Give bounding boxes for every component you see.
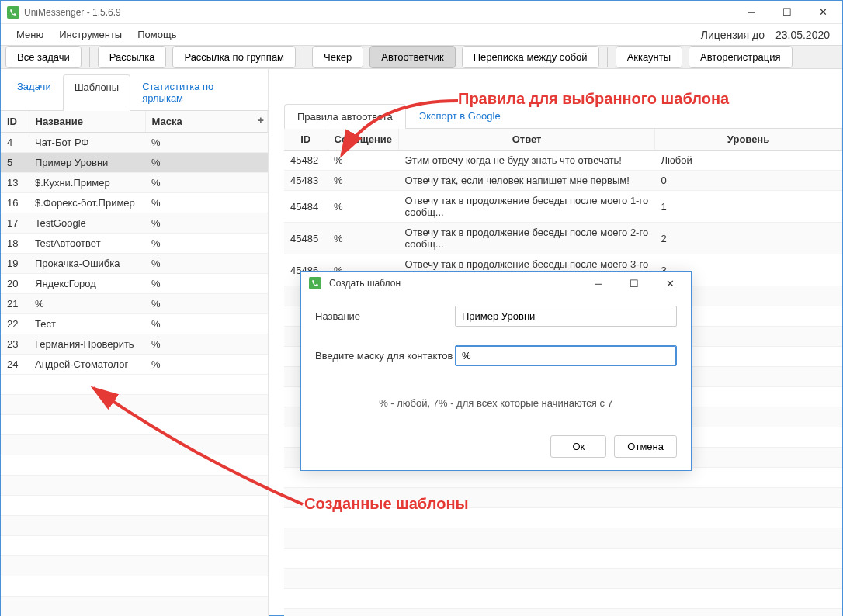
close-button[interactable]: ✕ [805, 1, 841, 24]
tab-stats[interactable]: Статиститка по ярлыкам [130, 74, 263, 110]
table-row[interactable] [1, 415, 268, 435]
maximize-button[interactable]: ☐ [769, 1, 805, 24]
tb-mailing[interactable]: Рассылка [98, 46, 167, 68]
table-row[interactable] [284, 549, 842, 569]
col-mask[interactable]: Маска+ [145, 111, 268, 133]
table-row[interactable] [284, 528, 842, 549]
dialog-maximize-button[interactable]: ☐ [616, 272, 652, 295]
table-row[interactable] [1, 496, 268, 516]
create-template-dialog: Создать шаблон ─ ☐ ✕ Название Введите ма… [300, 271, 692, 471]
mask-label: Введите маску для контактов [315, 350, 455, 362]
table-row[interactable] [1, 556, 268, 576]
app-icon [7, 6, 19, 19]
table-row[interactable]: 23Германия-Проверить% [1, 334, 268, 355]
table-row[interactable] [1, 476, 268, 496]
menubar: Меню Инструменты Помощь Лицензия до 23.0… [1, 24, 842, 45]
dialog-close-button[interactable]: ✕ [652, 272, 688, 295]
table-row[interactable] [1, 435, 268, 455]
license-date: 23.05.2020 [775, 29, 830, 41]
menu-help[interactable]: Помощь [130, 24, 184, 45]
separator [304, 47, 304, 67]
name-input[interactable] [455, 306, 677, 327]
minimize-button[interactable]: ─ [734, 1, 769, 24]
table-row[interactable]: 45483%Отвечу так, если человек напишет м… [284, 171, 842, 191]
col-answer[interactable]: Ответ [399, 129, 655, 151]
menu-tools[interactable]: Инструменты [51, 24, 130, 45]
table-row[interactable]: 16$.Форекс-бот.Пример% [1, 193, 268, 213]
mask-input[interactable] [455, 345, 677, 366]
table-row[interactable] [1, 576, 268, 597]
table-row[interactable]: 21%% [1, 294, 268, 314]
table-row[interactable] [284, 508, 842, 528]
table-row[interactable]: 45485%Отвечу так в продолжение беседы по… [284, 223, 842, 254]
table-row[interactable]: 5Пример Уровни% [1, 153, 268, 173]
table-row[interactable]: 19Прокачка-Ошибка% [1, 254, 268, 274]
right-tabs: Правила автоответа Экспорт в Google [284, 97, 842, 129]
name-label: Название [315, 310, 455, 322]
templates-table: ID Название Маска+ 4Чат-Бот РФ%5Пример У… [1, 111, 268, 616]
dialog-minimize-button[interactable]: ─ [581, 272, 616, 295]
table-row[interactable] [1, 516, 268, 536]
table-row[interactable] [284, 589, 842, 609]
menu-main[interactable]: Меню [9, 24, 51, 45]
col-level[interactable]: Уровень [655, 129, 842, 151]
table-row[interactable]: 45484%Отвечу так в продолжение беседы по… [284, 191, 842, 223]
table-row[interactable] [284, 488, 842, 508]
tb-group-mailing[interactable]: Рассылка по группам [172, 46, 296, 68]
window-title: UniMessenger - 1.5.6.9 [24, 7, 734, 18]
table-row[interactable]: 45482%Этим отвечу когда не буду знать чт… [284, 151, 842, 171]
separator [607, 47, 608, 67]
table-row[interactable]: 18TestАвтоответ% [1, 234, 268, 254]
mask-hint: % - любой, 7% - для всех которые начинаю… [315, 397, 677, 409]
table-row[interactable] [284, 569, 842, 589]
tab-tasks[interactable]: Задачи [5, 74, 63, 110]
separator [89, 47, 90, 67]
table-row[interactable] [1, 395, 268, 415]
col-id[interactable]: ID [1, 111, 29, 133]
dialog-ok-button[interactable]: Ок [550, 435, 606, 458]
tb-chat-between[interactable]: Переписка между собой [462, 46, 599, 68]
table-row[interactable]: 4Чат-Бот РФ% [1, 133, 268, 153]
toolbar: Все задачи Рассылка Рассылка по группам … [1, 45, 842, 69]
license-label: Лицензия до [701, 29, 765, 41]
col-rule-id[interactable]: ID [284, 129, 328, 151]
dialog-cancel-button[interactable]: Отмена [614, 435, 677, 458]
table-row[interactable] [284, 609, 842, 617]
tb-autoresponder[interactable]: Автоответчик [369, 46, 455, 68]
tb-autoreg[interactable]: Авторегистрация [689, 46, 792, 68]
col-message[interactable]: Сообщение [328, 129, 399, 151]
table-row[interactable] [1, 455, 268, 476]
dialog-title: Создать шаблон [326, 278, 581, 289]
table-row[interactable] [1, 536, 268, 556]
tb-accounts[interactable]: Аккаунты [616, 46, 682, 68]
tab-export-google[interactable]: Экспорт в Google [406, 103, 514, 128]
dialog-icon [309, 277, 321, 289]
table-row[interactable]: 22Тест% [1, 314, 268, 334]
table-row[interactable] [1, 597, 268, 617]
tab-templates[interactable]: Шаблоны [63, 74, 131, 111]
left-tabs: Задачи Шаблоны Статиститка по ярлыкам [1, 69, 268, 111]
col-name[interactable]: Название [29, 111, 145, 133]
table-row[interactable]: 13$.Кухни.Пример% [1, 173, 268, 193]
tab-rules[interactable]: Правила автоответа [284, 104, 406, 129]
tb-checker[interactable]: Чекер [312, 46, 363, 68]
add-column-icon[interactable]: + [258, 114, 264, 126]
table-row[interactable] [1, 375, 268, 395]
table-row[interactable]: 24Андрей-Стоматолог% [1, 355, 268, 375]
titlebar: UniMessenger - 1.5.6.9 ─ ☐ ✕ [1, 1, 842, 24]
table-row[interactable]: 17TestGoogle% [1, 213, 268, 234]
tb-all-tasks[interactable]: Все задачи [5, 46, 82, 68]
table-row[interactable]: 20ЯндексГород% [1, 274, 268, 294]
